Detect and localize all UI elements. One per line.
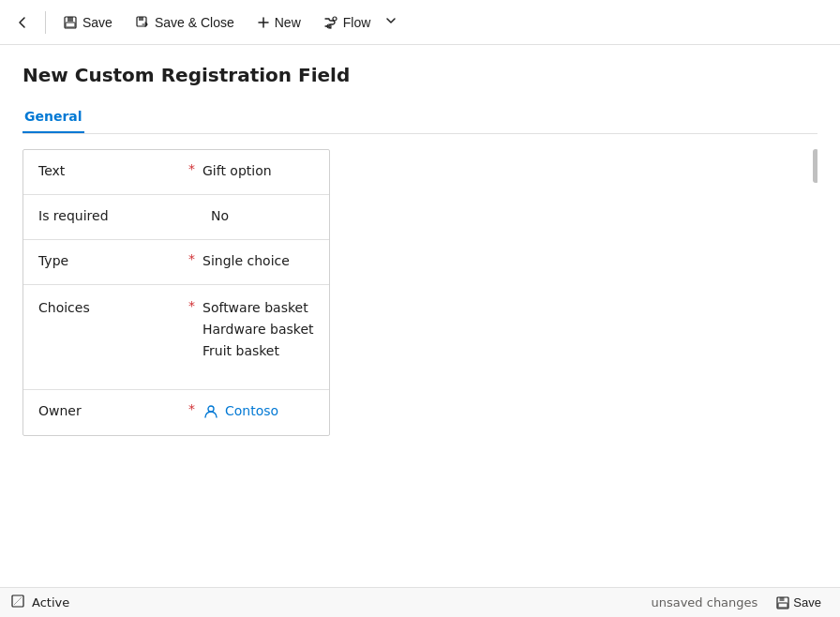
- save-label: Save: [82, 15, 112, 30]
- svg-rect-11: [778, 603, 788, 608]
- svg-point-7: [208, 406, 214, 412]
- field-text: Text * Gift option: [23, 150, 329, 195]
- svg-point-5: [333, 17, 337, 21]
- svg-rect-2: [66, 23, 75, 27]
- field-is-required: Is required No: [23, 195, 329, 240]
- flow-label: Flow: [343, 15, 371, 30]
- label-owner: Owner: [38, 401, 188, 418]
- flow-chevron-button[interactable]: [380, 11, 402, 33]
- label-is-required: Is required: [38, 206, 188, 223]
- scrollbar[interactable]: [812, 149, 818, 447]
- field-choices: Choices * Software basket Hardware baske…: [23, 285, 329, 390]
- form-section: Text * Gift option Is required No Type: [22, 149, 330, 436]
- owner-name: Contoso: [225, 401, 278, 421]
- value-type: Single choice: [202, 251, 314, 271]
- status-save-button[interactable]: Save: [769, 594, 829, 611]
- back-button[interactable]: [8, 8, 38, 38]
- save-close-button[interactable]: Save & Close: [126, 11, 244, 34]
- flow-button-group: Flow: [314, 11, 403, 34]
- label-choices: Choices: [38, 298, 188, 315]
- choice-2: Hardware basket: [202, 320, 314, 339]
- save-button[interactable]: Save: [53, 11, 122, 34]
- value-choices: Software basket Hardware basket Fruit ba…: [202, 298, 314, 361]
- choice-1: Software basket: [202, 298, 314, 318]
- scrollbar-thumb: [813, 149, 818, 183]
- form-wrapper: Text * Gift option Is required No Type: [22, 138, 818, 436]
- toolbar-divider: [45, 11, 46, 34]
- status-right: unsaved changes Save: [651, 594, 829, 611]
- svg-rect-1: [68, 17, 73, 22]
- value-text: Gift option: [202, 161, 314, 181]
- status-active-label: Active: [32, 595, 69, 609]
- required-star-owner: *: [188, 401, 195, 416]
- field-owner: Owner * Contoso: [23, 390, 329, 435]
- value-is-required: No: [188, 206, 314, 226]
- required-star-text: *: [188, 161, 195, 176]
- required-star-type: *: [188, 251, 195, 266]
- form-container: Text * Gift option Is required No Type: [22, 134, 818, 587]
- page-title: New Custom Registration Field: [22, 64, 818, 86]
- tab-bar: General: [22, 101, 818, 134]
- value-owner[interactable]: Contoso: [202, 401, 314, 421]
- choices-list: Software basket Hardware basket Fruit ba…: [202, 298, 314, 361]
- new-label: New: [275, 15, 301, 30]
- toolbar: Save Save & Close New Flow: [0, 0, 840, 45]
- svg-rect-4: [139, 17, 143, 21]
- flow-button[interactable]: Flow: [314, 11, 381, 34]
- choice-3: Fruit basket: [202, 341, 314, 361]
- label-type: Type: [38, 251, 188, 268]
- status-save-label: Save: [793, 595, 821, 609]
- person-icon: [202, 403, 219, 420]
- new-button[interactable]: New: [248, 11, 310, 34]
- status-bar: Active unsaved changes Save: [0, 587, 840, 617]
- svg-rect-10: [780, 597, 785, 601]
- status-icon: [11, 594, 24, 610]
- status-left: Active: [11, 594, 69, 610]
- required-star-choices: *: [188, 298, 195, 313]
- save-close-label: Save & Close: [155, 15, 234, 30]
- unsaved-changes-text: unsaved changes: [651, 595, 758, 609]
- tab-general[interactable]: General: [22, 101, 84, 133]
- field-type: Type * Single choice: [23, 240, 329, 285]
- main-content: New Custom Registration Field General Te…: [0, 45, 840, 587]
- label-text: Text: [38, 161, 188, 178]
